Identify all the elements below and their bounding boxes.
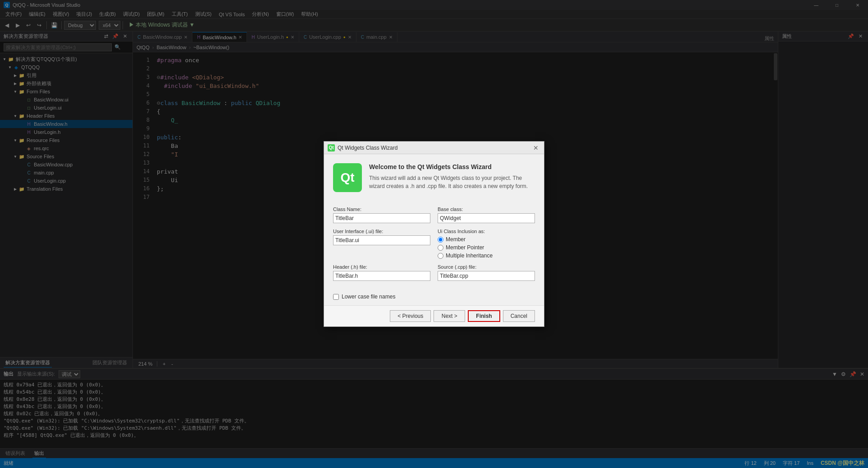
dialog-logo: Qt [333,163,362,192]
cancel-button[interactable]: Cancel [503,310,535,322]
source-file-label: Source (.cpp) file: [438,264,535,270]
ui-inclusion-radio-group: Member Member Pointer Multiple Inheritan… [438,235,535,259]
ui-file-label: User Interface (.ui) file: [333,229,430,234]
header-file-input[interactable] [333,271,430,281]
ui-file-input[interactable] [333,235,430,245]
dialog-footer: < Previous Next > Finish Cancel [324,305,544,326]
form-group-source: Source (.cpp) file: [438,264,535,281]
form-group-ui-inclusion: Ui Class Inclusion as: Member Member Poi… [438,229,535,259]
base-class-input[interactable] [438,213,535,223]
form-group-base-class: Base class: [438,206,535,223]
form-group-ui-file: User Interface (.ui) file: [333,229,430,259]
dialog-overlay: Qt Qt Widgets Class Wizard ✕ Qt Welcome … [0,0,868,468]
radio-member[interactable]: Member [438,236,535,243]
radio-member-pointer-input[interactable] [438,245,443,251]
dialog-form: Class Name: Base class: User Interface (… [324,206,544,294]
dialog-title: Qt Qt Widgets Class Wizard [328,144,397,151]
radio-member-input[interactable] [438,237,443,243]
dialog-welcome-content: Welcome to the Qt Widgets Class Wizard T… [369,163,535,197]
lowercase-label: Lower case file names [342,294,395,300]
finish-button[interactable]: Finish [468,310,500,322]
qt-dialog-icon: Qt [328,144,335,151]
checkbox-row: Lower case file names [324,294,544,300]
qt-wizard-dialog: Qt Qt Widgets Class Wizard ✕ Qt Welcome … [324,141,544,327]
dialog-welcome-text: This wizard will add a new Qt Widgets cl… [369,174,535,190]
dialog-titlebar: Qt Qt Widgets Class Wizard ✕ [324,142,544,154]
radio-member-pointer[interactable]: Member Pointer [438,244,535,251]
radio-multiple-inheritance[interactable]: Multiple Inheritance [438,252,535,259]
dialog-body: Qt Welcome to the Qt Widgets Class Wizar… [324,154,544,206]
base-class-label: Base class: [438,206,535,212]
class-name-input[interactable] [333,213,430,223]
class-name-label: Class Name: [333,206,430,212]
form-row-class-base: Class Name: Base class: [333,206,535,223]
lowercase-checkbox[interactable] [333,294,339,300]
form-group-header: Header (.h) file: [333,264,430,281]
previous-button[interactable]: < Previous [390,310,431,322]
radio-multiple-input[interactable] [438,253,443,259]
form-row-files: Header (.h) file: Source (.cpp) file: [333,264,535,281]
next-button[interactable]: Next > [434,310,465,322]
header-file-label: Header (.h) file: [333,264,430,270]
dialog-welcome-title: Welcome to the Qt Widgets Class Wizard [369,163,535,170]
ui-class-label: Ui Class Inclusion as: [438,229,535,234]
dialog-close-button[interactable]: ✕ [531,143,540,152]
form-group-class-name: Class Name: [333,206,430,223]
source-file-input[interactable] [438,271,535,281]
form-row-ui-options: User Interface (.ui) file: Ui Class Incl… [333,229,535,259]
